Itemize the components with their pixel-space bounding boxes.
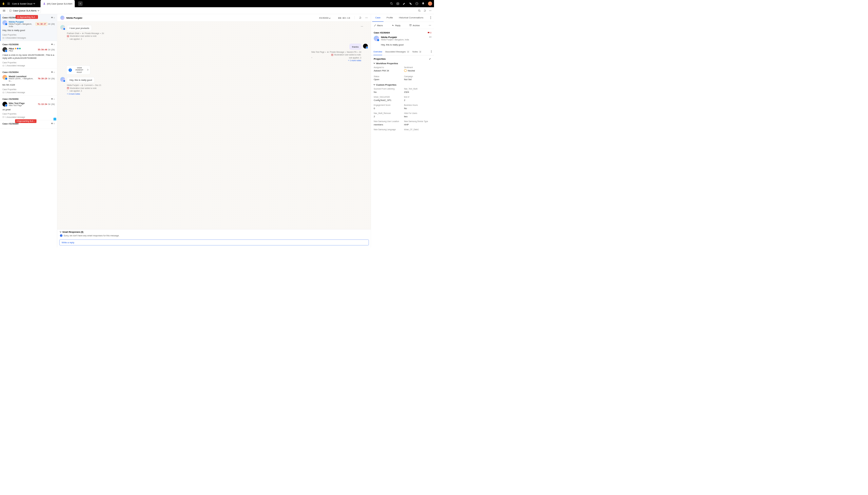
custom-properties-group: Custom Properties Sourced From Listening… <box>374 84 431 132</box>
workflow-properties-group: Workflow Properties Assigned toAakash PM… <box>374 62 431 81</box>
archive-action[interactable]: Archive <box>409 24 419 27</box>
case-preview: feb 5th 4109 <box>2 83 55 86</box>
case-id-dropdown[interactable]: #3150404 <box>319 17 330 19</box>
help-icon[interactable]: ? <box>415 2 418 5</box>
property: StatusOpen <box>374 75 401 81</box>
contact-name[interactable]: Nikita Punjabi <box>66 16 82 19</box>
tab-history[interactable]: Historical Conversations <box>396 14 427 22</box>
properties-title: Properties <box>374 57 386 60</box>
case-properties-link[interactable]: Case Properties <box>2 113 55 115</box>
svg-point-1 <box>8 3 9 3</box>
message-bubble[interactable]: thanks <box>349 44 361 50</box>
hamburger-icon[interactable] <box>2 9 6 12</box>
quick-actions: Macro Reply Archive <box>371 22 434 29</box>
tab-profile[interactable]: Profile <box>384 14 396 22</box>
workspace-selector[interactable]: Core & Social Cloud <box>12 2 35 5</box>
case-properties-link[interactable]: Case Properties <box>2 34 55 36</box>
case-list-item[interactable]: Case #3150398 0 PBot PBot 55:54:46 2d (2… <box>0 41 57 69</box>
search-icon[interactable] <box>390 2 393 5</box>
tab-case[interactable]: Case <box>372 14 384 22</box>
group-toggle[interactable]: Workflow Properties <box>374 62 431 65</box>
case-alert-count: 0 <box>51 98 55 100</box>
case-properties-link[interactable]: Case Properties <box>2 62 55 64</box>
case-avatar <box>2 102 7 107</box>
sla-alert-pill[interactable]: 11 Approaching SLA ↑ <box>16 15 38 19</box>
edit-icon[interactable] <box>403 2 406 5</box>
message-more-icon[interactable] <box>361 25 363 28</box>
case-properties-link[interactable]: Case Properties <box>2 88 55 91</box>
svg-rect-21 <box>3 65 4 66</box>
group-toggle[interactable]: Custom Properties <box>374 84 431 86</box>
envelope-icon <box>2 37 4 39</box>
case-subtabs: Overview Associated Messages3 Notes3 <box>371 49 434 55</box>
case-author[interactable]: Maddi Laxmitest <box>9 75 36 78</box>
svg-point-0 <box>7 3 8 3</box>
property: Sourced From ListeningNo <box>374 88 401 93</box>
subtab-notes[interactable]: Notes3 <box>412 49 421 55</box>
case-list-item[interactable]: 11 Approaching SLA ↑ Case #3150404 0 Nik… <box>0 14 57 41</box>
macro-action[interactable]: Macro <box>374 24 383 27</box>
sla-alert-pill-bottom[interactable]: 4 Approaching SLA ↓ <box>15 119 36 123</box>
subtabs-more-icon[interactable] <box>431 49 432 55</box>
phone-icon[interactable] <box>409 2 412 5</box>
case-author[interactable]: Nikita Punjabi <box>9 20 34 23</box>
associated-messages-link[interactable]: 1 Associated message <box>2 91 55 94</box>
associated-messages-link[interactable]: 1 Associated message <box>2 65 55 67</box>
refresh-icon[interactable] <box>423 9 426 12</box>
associated-messages-link[interactable]: 1 Associated message <box>2 116 55 118</box>
svg-point-3 <box>7 3 8 4</box>
property: Ishan_VisConf100ConfigTest2_OP1 <box>374 96 401 101</box>
svg-point-9 <box>44 3 45 4</box>
view-parent-post-button[interactable]: f VIEW PARENT POST <box>66 65 90 75</box>
more-notes-link[interactable]: + 1 more notes <box>348 59 361 62</box>
case-list-item[interactable]: Case #3150390 0 Nike Test Page Nike Test… <box>0 96 57 120</box>
active-tab[interactable]: (84) Case Queue SLA Alert <box>41 0 75 7</box>
contact-name[interactable]: Nikita Punjabi <box>381 36 409 39</box>
case-list-item[interactable]: Case #3150394 0 Maddi Laxmitest Maddi La… <box>0 69 57 96</box>
svg-rect-22 <box>51 71 53 73</box>
case-avatar <box>2 20 7 25</box>
subtab-associated[interactable]: Associated Messages3 <box>385 49 409 55</box>
svg-point-8 <box>9 4 10 5</box>
case-author[interactable]: PBot <box>9 47 36 50</box>
svg-point-40 <box>429 25 430 25</box>
tabs-more-icon[interactable] <box>429 14 433 22</box>
app-logo <box>2 2 5 5</box>
queue-selector[interactable]: Case Queue SLA Alerts <box>7 8 41 13</box>
svg-point-46 <box>431 52 432 53</box>
subtab-overview[interactable]: Overview <box>374 49 382 55</box>
user-avatar[interactable] <box>428 1 432 6</box>
chevron-down-icon <box>33 2 35 4</box>
note-quote: rule applied .3 <box>67 38 104 40</box>
more-icon[interactable] <box>429 9 432 12</box>
add-tab-button[interactable] <box>78 1 83 6</box>
case-author[interactable]: Nike Test Page <box>9 102 36 105</box>
refresh-icon[interactable] <box>359 16 362 19</box>
more-notes-link[interactable]: + 3 more notes <box>67 93 80 95</box>
case-list-item[interactable]: 4 Approaching SLA ↓ Case #3150389 0 <box>0 120 57 129</box>
smart-responses-toggle[interactable]: Smart Responses (0) <box>60 231 368 233</box>
svg-rect-20 <box>51 44 53 45</box>
contact-avatar <box>60 16 65 20</box>
bell-icon[interactable] <box>422 2 425 5</box>
app-switcher-icon[interactable] <box>7 2 10 5</box>
message-bubble[interactable]: I love your products <box>67 25 92 31</box>
reply-input[interactable]: Write a reply <box>59 240 369 246</box>
message-bubble[interactable]: Hey, this is really good <box>67 77 94 83</box>
info-icon: i <box>60 235 63 237</box>
associated-messages-link[interactable]: 3 Associated messages <box>2 37 55 39</box>
case-summary: Case #3150404 0 Nikita Punjabi Nikita Pu… <box>371 29 434 49</box>
calendar-icon[interactable]: 09 <box>396 2 399 5</box>
edit-icon[interactable] <box>429 57 431 60</box>
reply-action[interactable]: Reply <box>392 24 401 27</box>
case-list: 11 Approaching SLA ↑ Case #3150404 0 Nik… <box>0 14 57 248</box>
search-icon[interactable] <box>418 9 421 12</box>
more-icon[interactable] <box>365 16 368 19</box>
svg-rect-34 <box>327 52 328 53</box>
note-quote: rule applied .3 <box>311 57 361 59</box>
more-icon[interactable] <box>429 24 431 27</box>
details-panel: Case Profile Historical Conversations Ma… <box>371 14 434 248</box>
property: Hide For Userstwo <box>404 112 432 118</box>
scroll-arrow-icon[interactable] <box>54 118 56 121</box>
svg-point-4 <box>8 3 9 4</box>
